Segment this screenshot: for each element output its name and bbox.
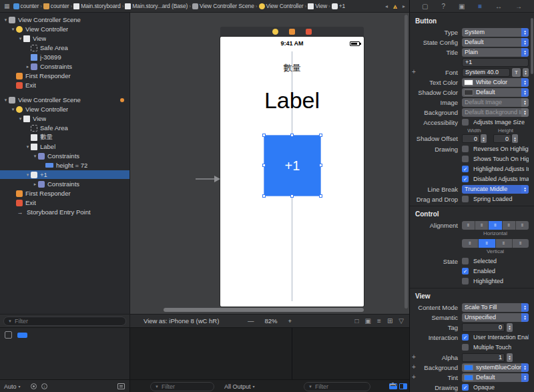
outline-row[interactable]: 數量 [0, 133, 129, 142]
checkbox[interactable] [462, 344, 469, 351]
combo-box[interactable]: Default Background Imag▴▾ [462, 108, 529, 117]
checkbox[interactable] [462, 268, 469, 274]
console-scope-popup[interactable]: All Output ▾ [224, 380, 255, 392]
segmented-control[interactable]: ≡≡≡≡≡ [462, 221, 529, 230]
size-inspector-icon[interactable]: ↔ [495, 3, 502, 10]
popup-button[interactable]: White Color▴▾ [462, 78, 529, 87]
outline-row[interactable]: ▾View Controller [0, 25, 129, 33]
variables-filter-field[interactable]: ▼ Filter [150, 382, 214, 391]
popup-button[interactable]: Plain▴▾ [462, 48, 529, 57]
number-field[interactable]: 0 [462, 323, 505, 332]
checkbox[interactable] [462, 384, 469, 391]
disclosure-triangle[interactable]: ▾ [25, 172, 31, 178]
popup-button[interactable]: Unspecified▴▾ [462, 313, 529, 322]
quantity-label[interactable]: 數量 [220, 62, 364, 74]
disclosure-triangle[interactable]: ▾ [32, 154, 38, 159]
disclosure-triangle[interactable]: ▾ [17, 36, 23, 41]
resize-handle[interactable] [262, 164, 266, 167]
checkbox[interactable] [462, 258, 469, 264]
resize-handle[interactable] [290, 194, 294, 198]
jumpbar-item[interactable]: View [308, 3, 327, 9]
add-variation-button[interactable]: + [412, 68, 416, 75]
resize-handle[interactable] [262, 134, 266, 137]
jumpbar-item[interactable]: View Controller [259, 3, 304, 9]
number-field[interactable]: 1 [462, 353, 505, 362]
popup-button[interactable]: Default▴▾ [462, 88, 529, 97]
number-field[interactable]: 0 [462, 134, 480, 143]
add-variation-button[interactable]: + [412, 353, 416, 361]
update-frames-icon[interactable]: □ [355, 317, 359, 325]
jumpbar-item[interactable]: Main.storyboard [73, 3, 120, 9]
segment[interactable]: ≡ [462, 239, 479, 248]
file-inspector-icon[interactable]: ▢ [422, 3, 428, 10]
stepper-control[interactable]: ▴▾ [512, 134, 518, 143]
disclosure-triangle[interactable]: ▸ [25, 64, 31, 69]
zoom-out-button[interactable]: — [248, 317, 254, 325]
popup-button[interactable]: System▴▾ [462, 28, 529, 37]
resize-handle[interactable] [262, 194, 266, 198]
scope-icon[interactable] [31, 380, 37, 392]
outline-row[interactable]: Exit [0, 198, 129, 207]
jumpbar-item[interactable]: counter [13, 3, 39, 9]
checkbox[interactable] [462, 278, 469, 284]
console-filter-field[interactable]: ▼ Filter [304, 382, 370, 391]
popup-button[interactable]: Truncate Middle▴▾ [462, 185, 529, 194]
disclosure-triangle[interactable]: ▾ [3, 97, 9, 103]
next-issue-icon[interactable]: ▸ [403, 3, 405, 9]
popup-button[interactable]: systemBlueColor▴▾ [462, 363, 529, 372]
text-field[interactable]: +1 [462, 58, 529, 67]
jumpbar-item[interactable]: counter [43, 3, 69, 9]
stepper-control[interactable]: ▴▾ [523, 68, 529, 77]
first-responder-dock-icon[interactable] [289, 29, 295, 35]
outline-row[interactable]: First Responder [0, 189, 129, 198]
outline-row[interactable]: First Responder [0, 71, 129, 80]
outline-row[interactable]: Safe Area [0, 124, 129, 132]
outline-row[interactable]: ▾+1 [0, 170, 129, 179]
view-controller-dock-icon[interactable] [272, 29, 278, 35]
disclosure-triangle[interactable]: ▾ [3, 17, 9, 23]
resize-handle[interactable] [290, 134, 294, 137]
resize-handle[interactable] [319, 194, 322, 198]
zoom-in-button[interactable]: + [288, 317, 292, 325]
checkbox[interactable] [462, 196, 469, 202]
segment[interactable]: ≡ [503, 221, 516, 230]
storyboard-canvas[interactable]: 9:41 AM 數量 Label +1 [130, 13, 409, 314]
blue-marker-icon[interactable] [17, 333, 27, 338]
horizontal-scrollbar[interactable] [164, 308, 364, 312]
outline-filter-field[interactable]: ▼ Filter [3, 317, 126, 326]
outline-row[interactable]: ▾View Controller [0, 105, 129, 114]
disclosure-triangle[interactable]: ▾ [17, 116, 23, 122]
view-as-button[interactable]: View as: iPhone 8 (wC hR) [144, 317, 219, 325]
quick-help-icon[interactable]: ? [441, 3, 445, 10]
attributes-inspector-icon[interactable]: ≡ [478, 3, 482, 10]
identity-inspector-icon[interactable]: ▣ [459, 3, 465, 10]
checkbox[interactable] [462, 334, 469, 341]
info-icon[interactable] [41, 380, 47, 392]
segment[interactable]: ≡ [479, 239, 495, 248]
zoom-level[interactable]: 82% [264, 317, 277, 325]
combo-box[interactable]: Default Image▴▾ [462, 98, 529, 107]
popup-button[interactable]: Default▴▾ [462, 38, 529, 47]
stepper-control[interactable]: ▴▾ [507, 353, 513, 362]
previous-issue-icon[interactable]: ◂ [385, 3, 388, 9]
outline-row[interactable]: ▾View [0, 114, 129, 123]
jumpbar-item[interactable]: View Controller Scene [192, 3, 254, 9]
font-field[interactable]: System 40.0 [462, 68, 510, 77]
connections-inspector-icon[interactable]: → [515, 3, 522, 10]
jumpbar-item[interactable]: Main.story...ard (Base) [125, 3, 188, 9]
outline-row[interactable]: height = 72 [0, 161, 129, 170]
segment[interactable]: ≡ [462, 221, 475, 230]
disclosure-triangle[interactable]: ▸ [32, 182, 38, 187]
outline-row[interactable]: Storyboard Entry Point [0, 208, 129, 216]
variables-pane-icon[interactable] [5, 331, 12, 339]
disclosure-triangle[interactable]: ▾ [25, 144, 31, 150]
console-pane-toggle-icon[interactable] [399, 383, 407, 389]
exit-dock-icon[interactable] [306, 29, 312, 35]
outline-row[interactable]: ▾View [0, 34, 129, 43]
disclosure-triangle[interactable]: ▾ [10, 27, 16, 32]
resize-handle[interactable] [319, 164, 322, 167]
stepper-control[interactable]: ▴▾ [507, 323, 513, 332]
checkbox[interactable] [462, 176, 469, 182]
disclosure-triangle[interactable]: ▾ [10, 107, 16, 112]
outline-row[interactable]: ▾Label [0, 142, 129, 151]
